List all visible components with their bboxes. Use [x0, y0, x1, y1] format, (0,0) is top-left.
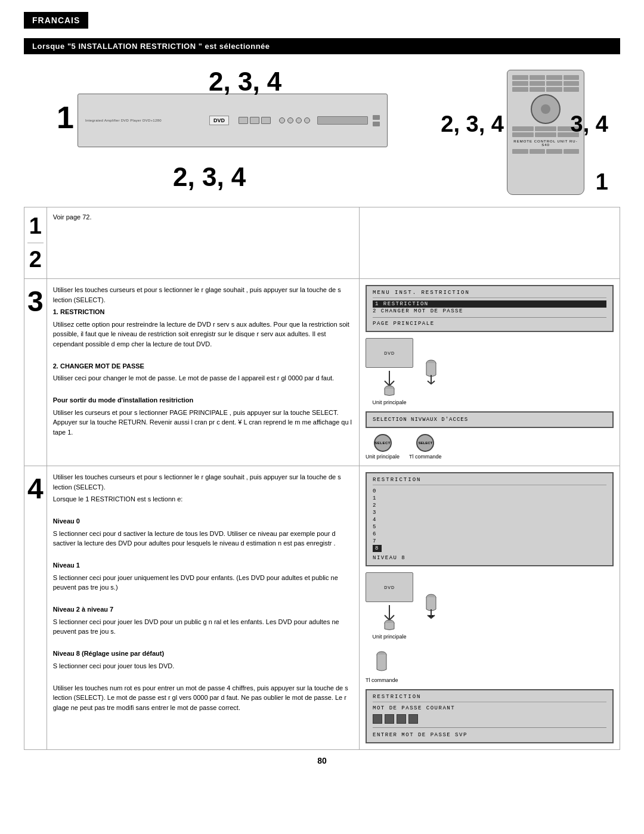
niveau27-text: S lectionner ceci pour jouer les DVD pou…: [53, 617, 353, 637]
osd-item-restriction: 1 RESTRICTION: [373, 300, 606, 308]
osd-selection-niveaux: SELECTION NIVWAUX D'ACCES: [366, 411, 614, 428]
step-3-item1-label: 1. RESTRICTION: [53, 308, 105, 315]
page-container: FRANCAIS Lorsque "5 INSTALLATION RESTRIC…: [0, 0, 644, 783]
step-4-bottom-text: Utiliser les touches num rot es pour ent…: [53, 683, 353, 713]
unit-select-group: SELECT Unit principale: [366, 434, 400, 460]
level-8: 8: [373, 545, 382, 552]
device-diagram-area: 1 2, 3, 4 Integrated Amplifier DVD Playe…: [24, 64, 620, 201]
osd-restriction-password: RESTRICTION MOT DE PASSE COURANT ENTRER …: [366, 689, 614, 743]
step-1-2-right: [360, 207, 620, 279]
osd-menu-restriction: MENU INST. RESTRICTION 1 RESTRICTION 2 C…: [366, 285, 614, 332]
hand-4b-group: [419, 591, 443, 621]
niveau27-label: Niveau 2 à niveau 7: [53, 606, 114, 613]
telecommande-row-4: Tl commande: [366, 646, 614, 683]
dvd-unit-4a: DVD: [366, 572, 413, 602]
row-1-2: 1 2 Voir page 72.: [24, 207, 620, 279]
hand-icon-4a: [377, 602, 401, 632]
select-btn-label-2: SELECT: [419, 441, 433, 445]
niveau8-label: Niveau 8 (Réglage usine par défaut): [53, 650, 164, 657]
level-1: 1: [373, 495, 382, 502]
select-buttons-row: SELECT Unit principale SELECT Tl command…: [366, 434, 614, 460]
level-4: 4: [373, 516, 382, 523]
osd-item-password: 2 CHANGER MOT DE PASSE: [373, 308, 606, 315]
select-btn-label: SELECT: [374, 441, 391, 445]
osd-restriction-title: RESTRICTION: [373, 477, 606, 485]
unit-principale-label-sel: Unit principale: [366, 454, 400, 460]
step-4-num: 4: [27, 472, 44, 505]
step-1-2-content: Voir page 72.: [47, 207, 359, 279]
step-4-lorsque: Lorsque le 1 RESTRICTION est s lectionn …: [53, 494, 353, 504]
select-button-remote: SELECT: [416, 434, 434, 452]
niveau1-label: Niveau 1: [53, 562, 80, 569]
row-4: 4 Utiliser les touches curseurs et pour …: [24, 466, 620, 750]
unit-principale-label-3: Unit principale: [373, 399, 407, 405]
number-234-bottom: 2, 3, 4: [173, 162, 246, 192]
number-234-right: 2, 3, 4: [441, 111, 504, 137]
telecommande-4-group: Tl commande: [366, 646, 398, 683]
number-1-remote: 1: [596, 169, 608, 195]
step-3-item1-text: Utilisez cette option pour restreindre l…: [53, 320, 353, 349]
niveau0-text: S lectionner ceci pour d sactiver la lec…: [53, 529, 353, 548]
osd-password-prompt: ENTRER MOT DE PASSE SVP: [373, 731, 606, 739]
levels-container: 0 1 2 3 4 5 6 7 8: [373, 488, 606, 552]
niveau0-label: Niveau 0: [53, 517, 80, 525]
step-4-diagrams: RESTRICTION 0 1 2 3 4 5 6 7: [366, 472, 614, 743]
step-3-text: Utiliser les touches curseurs et pour s …: [53, 285, 353, 437]
step-3-right: MENU INST. RESTRICTION 1 RESTRICTION 2 C…: [360, 279, 620, 466]
step-3-item2-label: 2. CHANGER MOT DE PASSE: [53, 362, 144, 370]
level-5: 5: [373, 523, 382, 531]
osd-item-main-page: PAGE PRINCIPALE: [373, 320, 606, 327]
select-button-unit: SELECT: [374, 434, 392, 452]
osd-password-label: MOT DE PASSE COURANT: [373, 705, 606, 712]
language-header: FRANCAIS: [24, 12, 88, 29]
niveau1-text: S lectionner ceci pour jouer uniquement …: [53, 573, 353, 593]
dvd-unit-small-3: DVD: [366, 338, 413, 368]
number-34-remote: 3, 4: [571, 111, 608, 137]
passwd-char-1: [373, 714, 382, 724]
step-4-intro: Utiliser les touches curseurs et pour s …: [53, 472, 353, 492]
step-3-diagrams: MENU INST. RESTRICTION 1 RESTRICTION 2 C…: [366, 285, 614, 460]
password-chars: [373, 714, 606, 724]
step-3-exit-text: Utiliser les curseurs et pour s lectionn…: [53, 408, 353, 438]
step-3-content: Utiliser les touches curseurs et pour s …: [47, 279, 359, 466]
unit-4a-group: DVD Unit principale: [366, 572, 413, 640]
unit-row-4a: DVD Unit principale: [366, 572, 614, 640]
dvd-player: Integrated Amplifier DVD Player DVD+1280…: [78, 94, 388, 147]
unit-label-4a: Unit principale: [373, 634, 407, 640]
step-3-num: 3: [27, 285, 44, 318]
osd-menu-title: MENU INST. RESTRICTION: [373, 290, 606, 298]
step-1-num: 1: [27, 213, 44, 239]
niveau-8-label: NIVEAU 8: [373, 554, 606, 562]
main-content-table: 1 2 Voir page 72. 3 Utiliser les touches…: [24, 207, 620, 750]
hand-icon-3b: [419, 357, 443, 387]
telecommande-label-sel: Tl commande: [409, 454, 442, 460]
passwd-char-2: [385, 714, 394, 724]
page-number: 80: [24, 750, 620, 771]
osd-restriction-levels: RESTRICTION 0 1 2 3 4 5 6 7: [366, 472, 614, 566]
unit-principale-group: DVD Unit principale: [366, 338, 413, 405]
levels-list: 0 1 2 3 4 5 6 7 8: [373, 488, 382, 552]
step-1-2-text: Voir page 72.: [53, 213, 92, 221]
step-3-exit-label: Pour sortir du mode d'installation resit…: [53, 396, 193, 404]
hand-group-3b: [419, 357, 443, 387]
step-3-item2-text: Utiliser ceci pour changer le mot de pas…: [53, 373, 353, 383]
hand-icon-3a: [377, 368, 401, 398]
number-234-top: 2, 3, 4: [209, 67, 281, 97]
telecommande-label-4: Tl commande: [366, 677, 398, 683]
step-4-content: Utiliser les touches curseurs et pour s …: [47, 466, 359, 750]
step-3-intro: Utiliser les touches curseurs et pour s …: [53, 285, 353, 305]
section-title: Lorsque "5 INSTALLATION RESTRICTION " es…: [24, 38, 620, 54]
step-2-num: 2: [27, 243, 44, 272]
step-4-text: Utiliser les touches curseurs et pour s …: [53, 472, 353, 712]
level-3: 3: [373, 509, 382, 516]
passwd-char-3: [397, 714, 406, 724]
row-3: 3 Utiliser les touches curseurs et pour …: [24, 279, 620, 466]
number-1-left: 1: [57, 100, 74, 135]
telecommande-select-group: SELECT Tl commande: [409, 434, 442, 460]
step-4-right: RESTRICTION 0 1 2 3 4 5 6 7: [360, 466, 620, 750]
hand-icon-4b: [419, 591, 443, 621]
level-6: 6: [373, 531, 382, 538]
level-0: 0: [373, 488, 382, 495]
niveau8-text: S lectionner ceci pour jouer tous les DV…: [53, 661, 353, 671]
osd-selection-label: SELECTION NIVWAUX D'ACCES: [373, 416, 606, 423]
